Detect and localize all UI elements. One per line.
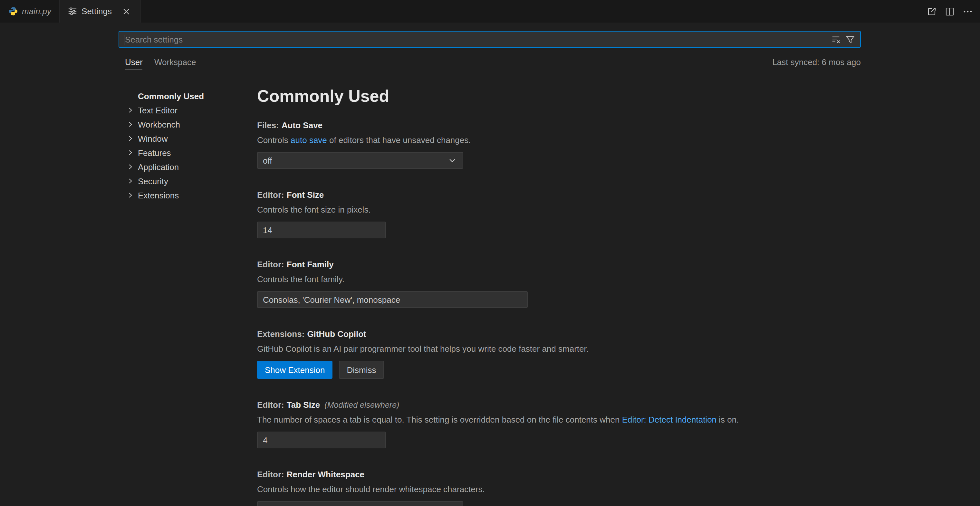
- setting-title: Editor:Font Family: [257, 259, 861, 271]
- setting-description: Controls auto save of editors that have …: [257, 135, 861, 146]
- setting-title: Files:Auto Save: [257, 120, 861, 131]
- setting-description: Controls the font family.: [257, 274, 861, 285]
- editor-tab-bar: main.py Settings: [0, 0, 980, 22]
- toc-item-window[interactable]: Window: [125, 131, 257, 146]
- toc-item-security[interactable]: Security: [125, 174, 257, 188]
- setting-files-auto-save: Files:Auto Save Controls auto save of ed…: [257, 120, 861, 169]
- tab-main-py[interactable]: main.py: [0, 0, 60, 22]
- search-settings-input[interactable]: [123, 35, 829, 44]
- show-extension-button[interactable]: Show Extension: [257, 361, 332, 379]
- settings-search-box[interactable]: [119, 31, 861, 48]
- modified-elsewhere-note: (Modified elsewhere): [325, 401, 399, 410]
- text-caret: [124, 35, 124, 45]
- setting-title: Editor:Tab Size(Modified elsewhere): [257, 399, 861, 411]
- chevron-right-icon: [125, 148, 135, 158]
- toc-item-extensions[interactable]: Extensions: [125, 188, 257, 202]
- copilot-actions: Show Extension Dismiss: [257, 361, 861, 379]
- tab-workspace-settings[interactable]: Workspace: [154, 57, 196, 70]
- setting-title: Editor:Render Whitespace: [257, 469, 861, 481]
- settings-sliders-icon: [67, 6, 78, 16]
- more-actions-icon[interactable]: [961, 4, 975, 18]
- split-editor-icon[interactable]: [943, 4, 957, 18]
- tab-size-input[interactable]: [257, 431, 386, 448]
- chevron-down-icon: [447, 504, 457, 506]
- chevron-right-icon: [125, 190, 135, 200]
- scope-row: User Workspace Last synced: 6 mos ago: [119, 57, 861, 70]
- auto-save-select[interactable]: off: [257, 152, 463, 169]
- detect-indentation-link[interactable]: Editor: Detect Indentation: [622, 415, 716, 425]
- close-icon[interactable]: [119, 5, 132, 18]
- python-icon: [8, 6, 18, 16]
- auto-save-link[interactable]: auto save: [291, 135, 327, 145]
- setting-title: Extensions:GitHub Copilot: [257, 329, 861, 340]
- toc-item-text-editor[interactable]: Text Editor: [125, 103, 257, 117]
- toc-item-commonly-used[interactable]: Commonly Used: [125, 89, 257, 103]
- setting-description: GitHub Copilot is an AI pair programmer …: [257, 343, 861, 355]
- setting-editor-font-family: Editor:Font Family Controls the font fam…: [257, 259, 861, 308]
- setting-editor-tab-size: Editor:Tab Size(Modified elsewhere) The …: [257, 399, 861, 448]
- tab-label: main.py: [22, 6, 51, 16]
- toc-item-application[interactable]: Application: [125, 160, 257, 174]
- clear-search-results-icon[interactable]: [829, 33, 842, 46]
- toc-item-workbench[interactable]: Workbench: [125, 117, 257, 131]
- chevron-right-icon: [125, 105, 135, 115]
- settings-editor: User Workspace Last synced: 6 mos ago Co…: [0, 22, 980, 506]
- last-synced-label: Last synced: 6 mos ago: [772, 57, 861, 67]
- render-whitespace-select[interactable]: [257, 501, 463, 506]
- setting-extensions-github-copilot: Extensions:GitHub Copilot GitHub Copilot…: [257, 329, 861, 379]
- filter-settings-icon[interactable]: [843, 33, 856, 46]
- search-actions: [829, 33, 856, 46]
- setting-description: Controls how the editor should render wh…: [257, 484, 861, 495]
- dismiss-button[interactable]: Dismiss: [339, 361, 384, 379]
- chevron-down-icon: [447, 155, 457, 165]
- settings-body: Commonly Used Text Editor Workbench Wind…: [119, 77, 861, 506]
- chevron-right-icon: [125, 176, 135, 186]
- open-settings-json-icon[interactable]: [924, 4, 939, 18]
- setting-title: Editor:Font Size: [257, 189, 861, 201]
- select-value: off: [263, 156, 272, 165]
- setting-editor-render-whitespace: Editor:Render Whitespace Controls how th…: [257, 469, 861, 506]
- settings-content: Commonly Used Files:Auto Save Controls a…: [257, 77, 861, 506]
- chevron-right-icon: [125, 133, 135, 144]
- tab-user-settings[interactable]: User: [125, 57, 143, 70]
- scope-tabs: User Workspace: [125, 57, 196, 70]
- settings-header: User Workspace Last synced: 6 mos ago: [119, 22, 861, 77]
- chevron-right-icon: [125, 119, 135, 129]
- page-title: Commonly Used: [257, 85, 861, 107]
- editor-actions: [924, 0, 975, 22]
- font-size-input[interactable]: [257, 221, 386, 238]
- settings-toc: Commonly Used Text Editor Workbench Wind…: [119, 77, 257, 506]
- tab-settings[interactable]: Settings: [60, 0, 141, 22]
- toc-item-features[interactable]: Features: [125, 146, 257, 160]
- setting-editor-font-size: Editor:Font Size Controls the font size …: [257, 189, 861, 238]
- setting-description: Controls the font size in pixels.: [257, 204, 861, 216]
- tab-label: Settings: [81, 6, 112, 16]
- font-family-input[interactable]: [257, 291, 528, 308]
- chevron-right-icon: [125, 162, 135, 172]
- setting-description: The number of spaces a tab is equal to. …: [257, 414, 861, 426]
